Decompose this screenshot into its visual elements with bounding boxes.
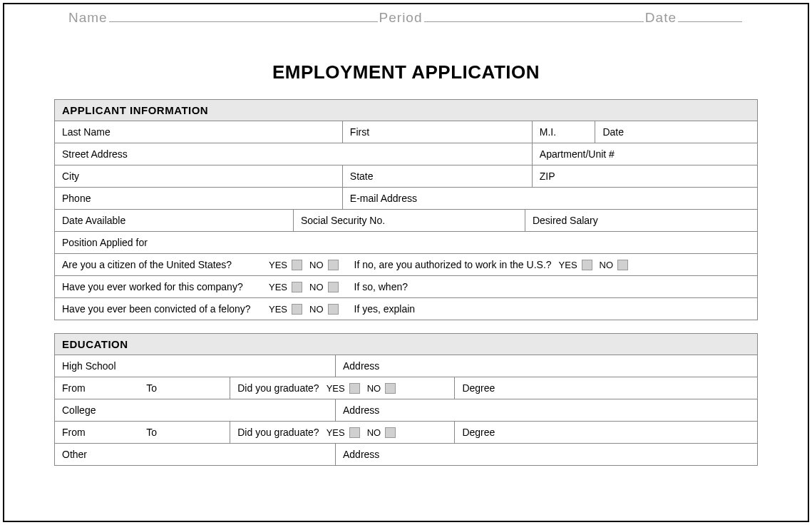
explain-question[interactable]: If yes, explain [354, 303, 416, 315]
graduate-label: Did you graduate? [237, 382, 319, 394]
yes-label: YES [269, 304, 287, 315]
header-period-label: Period [379, 10, 423, 26]
name-blank-line[interactable] [109, 21, 378, 22]
first-name-field[interactable]: First [343, 121, 533, 143]
worked-no-checkbox[interactable] [328, 282, 339, 292]
other-field[interactable]: Other [55, 444, 336, 465]
hs-to-field[interactable]: To [139, 377, 230, 399]
citizen-question-row: Are you a citizen of the United States? … [55, 254, 757, 276]
college-address-field[interactable]: Address [336, 399, 757, 421]
when-question[interactable]: If so, when? [354, 281, 408, 292]
authorized-no-checkbox[interactable] [617, 260, 628, 270]
header-name-label: Name [68, 10, 108, 26]
college-degree-field[interactable]: Degree [455, 422, 757, 443]
felony-question-row: Have you ever been convicted of a felony… [55, 298, 757, 320]
felony-question: Have you ever been convicted of a felony… [62, 303, 262, 315]
college-field[interactable]: College [55, 399, 336, 421]
college-to-field[interactable]: To [139, 422, 230, 443]
position-field[interactable]: Position Applied for [55, 232, 757, 253]
no-label: NO [309, 282, 324, 292]
no-label: NO [367, 383, 381, 394]
no-label: NO [600, 260, 614, 270]
education-section: EDUCATION High School Address From To Di… [54, 333, 758, 466]
citizen-yes-checkbox[interactable] [292, 260, 302, 270]
citizen-question: Are you a citizen of the United States? [62, 259, 262, 270]
hs-from-field[interactable]: From [55, 377, 139, 399]
other-address-field[interactable]: Address [336, 444, 757, 465]
college-grad-no-checkbox[interactable] [385, 427, 396, 438]
applicant-heading: APPLICANT INFORMATION [55, 100, 757, 121]
date-blank-line[interactable] [678, 21, 742, 22]
felony-yes-checkbox[interactable] [292, 304, 302, 315]
salary-field[interactable]: Desired Salary [525, 210, 757, 231]
no-label: NO [367, 427, 381, 438]
authorized-question: If no, are you authorized to work in the… [354, 259, 552, 270]
period-blank-line[interactable] [424, 21, 644, 22]
yes-label: YES [327, 383, 345, 394]
hs-grad-yes-checkbox[interactable] [349, 383, 360, 394]
highschool-field[interactable]: High School [55, 355, 336, 377]
street-address-field[interactable]: Street Address [55, 143, 533, 165]
date-available-field[interactable]: Date Available [55, 210, 294, 231]
education-heading: EDUCATION [55, 334, 757, 355]
college-grad-yes-checkbox[interactable] [349, 427, 360, 438]
form-title: EMPLOYMENT APPLICATION [26, 61, 786, 83]
hs-graduate-cell: Did you graduate? YES NO [230, 377, 455, 399]
email-field[interactable]: E-mail Address [343, 188, 757, 209]
no-label: NO [309, 304, 324, 315]
no-label: NO [309, 260, 324, 270]
hs-degree-field[interactable]: Degree [455, 377, 757, 399]
hs-grad-no-checkbox[interactable] [385, 383, 396, 394]
phone-field[interactable]: Phone [55, 188, 343, 209]
last-name-field[interactable]: Last Name [55, 121, 343, 143]
worked-question: Have you ever worked for this company? [62, 281, 262, 292]
yes-label: YES [559, 260, 577, 270]
college-graduate-cell: Did you graduate? YES NO [230, 422, 455, 443]
worked-yes-checkbox[interactable] [292, 282, 302, 292]
hs-address-field[interactable]: Address [336, 355, 757, 377]
yes-label: YES [269, 260, 287, 270]
document-page: Name Period Date EMPLOYMENT APPLICATION … [3, 3, 809, 522]
yes-label: YES [327, 427, 345, 438]
felony-no-checkbox[interactable] [328, 304, 339, 315]
authorized-yes-checkbox[interactable] [582, 260, 592, 270]
applicant-section: APPLICANT INFORMATION Last Name First M.… [54, 99, 758, 320]
citizen-no-checkbox[interactable] [328, 260, 339, 270]
apartment-field[interactable]: Apartment/Unit # [533, 143, 757, 165]
ssn-field[interactable]: Social Security No. [294, 210, 525, 231]
college-from-field[interactable]: From [55, 422, 139, 443]
state-field[interactable]: State [343, 165, 533, 187]
page-header: Name Period Date [26, 10, 786, 26]
worked-question-row: Have you ever worked for this company? Y… [55, 276, 757, 298]
yes-label: YES [269, 282, 287, 292]
city-field[interactable]: City [55, 165, 343, 187]
header-date-label: Date [645, 10, 677, 26]
graduate-label: Did you graduate? [237, 427, 319, 438]
date-field[interactable]: Date [595, 121, 757, 143]
mi-field[interactable]: M.I. [533, 121, 596, 143]
zip-field[interactable]: ZIP [533, 165, 757, 187]
